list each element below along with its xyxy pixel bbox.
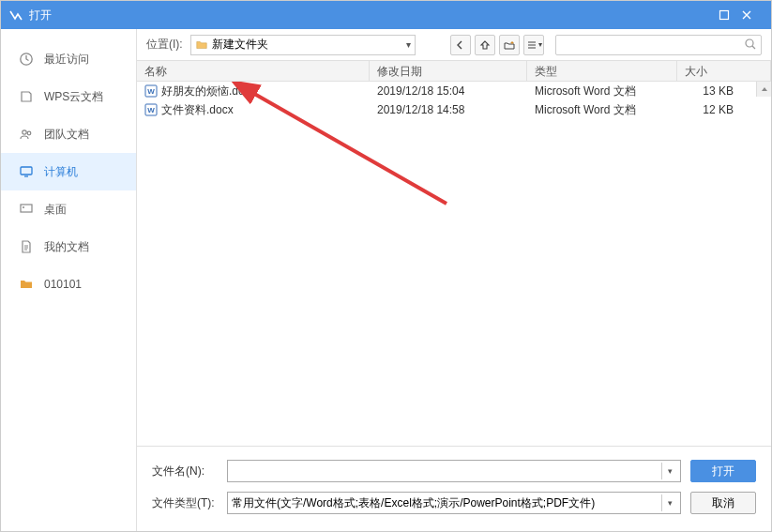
file-date: 2019/12/18 14:58	[370, 103, 527, 116]
sidebar-item-folder-010101[interactable]: 010101	[1, 266, 136, 303]
chevron-down-icon[interactable]: ▾	[661, 463, 678, 479]
sidebar-item-my-docs[interactable]: 我的文档	[1, 228, 136, 266]
nav-up-button[interactable]	[475, 35, 495, 55]
current-path: 新建文件夹	[212, 37, 268, 53]
file-name: 文件资料.docx	[161, 102, 234, 118]
clock-icon	[18, 51, 35, 68]
location-label: 位置(I):	[146, 37, 183, 53]
folder-icon	[18, 276, 35, 293]
svg-point-3	[27, 131, 31, 135]
filename-label: 文件名(N):	[152, 464, 227, 479]
new-folder-button[interactable]	[499, 35, 520, 55]
document-icon	[18, 238, 35, 255]
toolbar: 位置(I): 新建文件夹 ▾ ▾	[137, 29, 771, 61]
window-maximize-button[interactable]	[719, 9, 741, 21]
file-size: 12 KB	[677, 103, 771, 116]
word-file-icon: W	[144, 84, 158, 98]
window-close-button[interactable]	[741, 9, 764, 21]
column-header-date[interactable]: 修改日期	[370, 61, 527, 81]
scrollbar-up-icon[interactable]	[756, 82, 771, 97]
sidebar-item-label: WPS云文档	[44, 89, 103, 105]
file-list: W 好朋友的烦恼.docx 2019/12/18 15:04 Microsoft…	[137, 82, 771, 446]
filename-input[interactable]: ▾	[227, 460, 681, 482]
sidebar-item-computer[interactable]: 计算机	[1, 153, 136, 190]
search-icon	[744, 38, 757, 51]
folder-icon	[195, 38, 208, 52]
sidebar-item-label: 计算机	[44, 164, 78, 180]
sidebar: 最近访问 WPS云文档 团队文档 计算机 桌面 我的文档 010101	[1, 29, 137, 532]
sidebar-item-label: 桌面	[44, 202, 67, 218]
sidebar-item-label: 我的文档	[44, 239, 89, 255]
nav-back-button[interactable]	[450, 35, 471, 55]
sidebar-item-label: 最近访问	[44, 52, 89, 68]
sidebar-item-label: 团队文档	[44, 127, 89, 143]
column-header-name[interactable]: 名称	[137, 61, 370, 81]
computer-icon	[18, 163, 35, 180]
svg-rect-5	[21, 205, 32, 212]
svg-text:W: W	[147, 106, 155, 114]
svg-text:W: W	[147, 87, 155, 96]
open-button[interactable]: 打开	[690, 460, 756, 482]
filetype-select[interactable]: 常用文件(文字/Word格式;表格/Excel格式;演示/PowerPoint格…	[227, 492, 681, 514]
file-type: Microsoft Word 文档	[527, 102, 677, 118]
sidebar-item-wps-cloud[interactable]: WPS云文档	[1, 78, 136, 115]
svg-point-2	[23, 130, 26, 134]
titlebar: 打开	[1, 1, 771, 29]
column-headers: 名称 修改日期 类型 大小	[137, 61, 771, 82]
filetype-label: 文件类型(T):	[152, 495, 227, 511]
dialog-footer: 文件名(N): ▾ 打开 文件类型(T): 常用文件(文字/Word格式;表格/…	[137, 446, 771, 532]
desktop-icon	[18, 201, 35, 218]
file-row[interactable]: W 文件资料.docx 2019/12/18 14:58 Microsoft W…	[137, 100, 771, 119]
sidebar-item-team[interactable]: 团队文档	[1, 115, 136, 153]
search-input[interactable]	[555, 35, 762, 55]
word-file-icon: W	[144, 103, 158, 116]
view-mode-button[interactable]: ▾	[523, 35, 544, 55]
svg-rect-0	[720, 11, 729, 20]
chevron-down-icon[interactable]: ▾	[661, 494, 678, 511]
svg-point-7	[746, 39, 753, 47]
svg-point-6	[23, 206, 24, 208]
sidebar-item-desktop[interactable]: 桌面	[1, 190, 136, 228]
column-header-type[interactable]: 类型	[527, 61, 677, 81]
file-date: 2019/12/18 15:04	[370, 84, 527, 98]
window-title: 打开	[29, 8, 719, 23]
column-header-size[interactable]: 大小	[677, 61, 771, 81]
file-row[interactable]: W 好朋友的烦恼.docx 2019/12/18 15:04 Microsoft…	[137, 82, 771, 100]
path-selector[interactable]: 新建文件夹 ▾	[190, 35, 416, 55]
sidebar-item-label: 010101	[44, 278, 82, 291]
chevron-down-icon: ▾	[406, 39, 411, 50]
cancel-button[interactable]: 取消	[690, 492, 756, 514]
app-logo-icon	[8, 8, 23, 23]
svg-rect-4	[21, 167, 32, 175]
cloud-doc-icon	[18, 88, 35, 105]
file-type: Microsoft Word 文档	[527, 84, 677, 99]
file-name: 好朋友的烦恼.docx	[161, 84, 256, 99]
sidebar-item-recent[interactable]: 最近访问	[1, 40, 136, 78]
team-icon	[18, 126, 35, 143]
